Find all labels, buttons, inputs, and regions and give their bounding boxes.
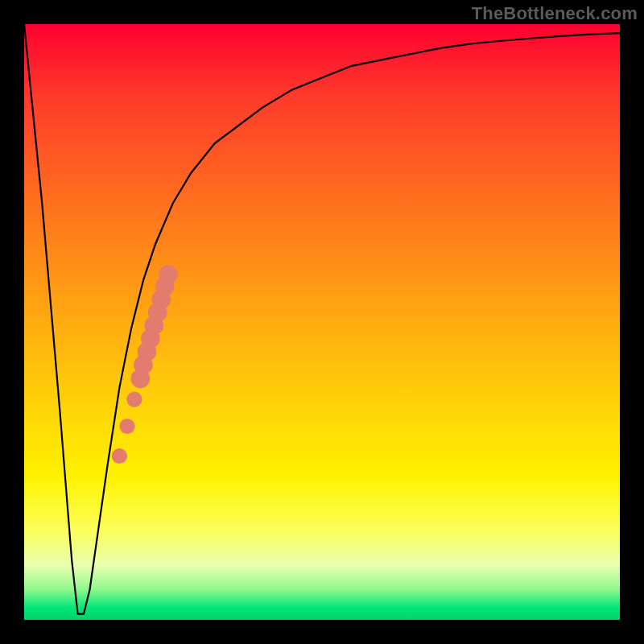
- curve-svg: [24, 24, 620, 620]
- marker-dot: [159, 265, 178, 284]
- marker-cluster: [112, 265, 178, 464]
- marker-dot: [126, 392, 142, 407]
- plot-area: [24, 24, 620, 620]
- bottleneck-curve: [24, 24, 620, 614]
- marker-dot: [112, 448, 127, 464]
- marker-dot: [119, 419, 134, 434]
- watermark-text: TheBottleneck.com: [472, 3, 638, 24]
- chart-frame: TheBottleneck.com: [0, 0, 644, 644]
